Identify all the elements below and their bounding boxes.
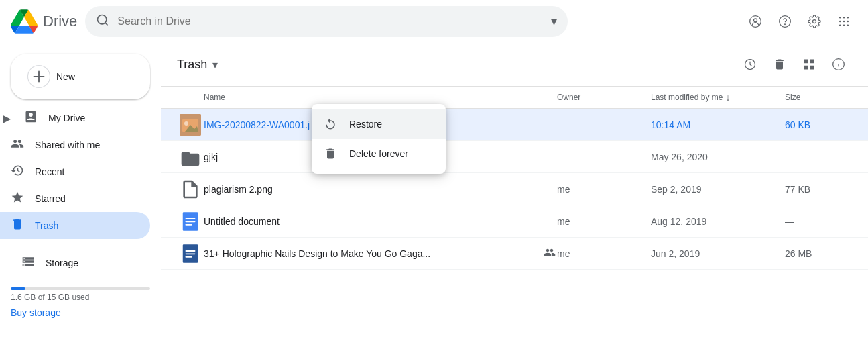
sidebar-item-recent[interactable]: Recent xyxy=(0,158,150,185)
file-icon xyxy=(177,211,204,232)
file-modified: 10:14 AM xyxy=(651,119,785,130)
svg-point-0 xyxy=(98,15,107,23)
file-icon xyxy=(177,114,204,136)
content-area: Trash ▾ xyxy=(161,43,868,347)
logo-text: Drive xyxy=(43,13,77,30)
info-icon-btn[interactable] xyxy=(825,51,852,78)
sidebar: New ▶ My Drive Shared with me xyxy=(0,43,161,347)
file-icon xyxy=(177,148,204,166)
app-container: Drive ▾ xyxy=(0,0,868,347)
context-menu: Restore Delete forever xyxy=(312,104,446,174)
svg-point-2 xyxy=(750,16,761,28)
sidebar-item-trash[interactable]: Trash xyxy=(0,212,150,239)
new-button-label: New xyxy=(56,71,75,82)
file-name: Untitled document xyxy=(204,216,557,227)
sort-arrow-icon[interactable]: ↓ xyxy=(725,92,730,103)
svg-rect-29 xyxy=(186,221,196,222)
shared-label: Shared with me xyxy=(35,140,100,150)
top-icons xyxy=(742,8,857,35)
svg-point-9 xyxy=(847,17,849,19)
mydrive-row: ▶ My Drive xyxy=(0,105,161,132)
starred-label: Starred xyxy=(35,193,66,204)
recent-label: Recent xyxy=(35,166,64,177)
col-name-header: Name xyxy=(204,93,557,102)
table-row[interactable]: Untitled document me Aug 12, 2019 — xyxy=(161,205,868,238)
buy-storage-link[interactable]: Buy storage xyxy=(11,307,150,318)
sidebar-item-my-drive[interactable]: My Drive xyxy=(13,105,161,132)
sidebar-item-shared[interactable]: Shared with me xyxy=(0,132,150,158)
starred-icon xyxy=(11,191,24,207)
file-name: 31+ Holographic Nails Design to Make You… xyxy=(204,248,544,259)
storage-icon xyxy=(21,255,35,272)
top-bar: Drive ▾ xyxy=(0,0,868,43)
my-drive-icon xyxy=(24,110,38,127)
restore-label: Restore xyxy=(349,119,382,130)
delete-forever-label: Delete forever xyxy=(349,148,408,159)
file-owner: me xyxy=(557,184,651,195)
plus-icon xyxy=(27,64,51,89)
storage-used-text: 1.6 GB of 15 GB used xyxy=(11,293,150,302)
col-owner-header: Owner xyxy=(557,93,651,102)
storage-label-text: Storage xyxy=(46,258,78,268)
settings-icon-btn[interactable] xyxy=(801,8,828,35)
table-row[interactable]: gjkj May 26, 2020 — xyxy=(161,141,868,173)
svg-point-8 xyxy=(843,17,845,19)
sidebar-item-storage[interactable]: Storage xyxy=(11,250,150,277)
file-modified: Sep 2, 2019 xyxy=(651,184,785,195)
svg-line-1 xyxy=(105,22,108,25)
logo: Drive xyxy=(11,8,77,35)
storage-bar-container xyxy=(11,287,150,290)
grid-view-btn[interactable] xyxy=(796,51,822,78)
file-modified: Aug 12, 2019 xyxy=(651,216,785,227)
file-modified: May 26, 2020 xyxy=(651,152,785,162)
context-menu-restore[interactable]: Restore xyxy=(312,109,446,139)
drive-logo-icon xyxy=(11,8,38,35)
svg-rect-33 xyxy=(186,253,196,254)
search-input[interactable] xyxy=(117,15,543,28)
svg-point-12 xyxy=(847,21,849,23)
trash-title-text: Trash xyxy=(177,58,207,72)
trash-title-dropdown[interactable]: ▾ xyxy=(212,58,218,71)
svg-rect-28 xyxy=(186,218,196,219)
help-icon-btn[interactable] xyxy=(771,8,798,35)
table-row[interactable]: 31+ Holographic Nails Design to Make You… xyxy=(161,238,868,270)
new-button[interactable]: New xyxy=(11,54,150,99)
file-owner: me xyxy=(557,216,651,227)
header-actions xyxy=(737,51,852,78)
storage-bar xyxy=(11,287,25,290)
sidebar-item-starred[interactable]: Starred xyxy=(0,185,150,212)
trash-label: Trash xyxy=(35,220,58,231)
file-size: 60 KB xyxy=(785,119,852,130)
context-menu-delete[interactable]: Delete forever xyxy=(312,139,446,168)
file-size: 77 KB xyxy=(785,184,852,195)
file-size: 26 MB xyxy=(785,248,852,259)
recent-icon xyxy=(11,164,24,181)
content-header: Trash ▾ xyxy=(161,43,868,87)
svg-rect-34 xyxy=(186,256,192,257)
svg-point-10 xyxy=(839,21,841,23)
delete-forever-icon xyxy=(322,146,338,162)
table-row[interactable]: plagiarism 2.png me Sep 2, 2019 77 KB xyxy=(161,173,868,205)
delete-icon-btn[interactable] xyxy=(766,51,793,78)
svg-rect-30 xyxy=(186,224,192,225)
file-list-header: Name Owner Last modified by me ↓ Size xyxy=(161,87,868,109)
svg-point-4 xyxy=(780,16,791,28)
file-icon xyxy=(177,243,204,264)
file-list: Name Owner Last modified by me ↓ Size xyxy=(161,87,868,347)
account-icon-btn[interactable] xyxy=(742,8,769,35)
file-modified: Jun 2, 2019 xyxy=(651,248,785,259)
file-size: — xyxy=(785,152,852,162)
search-dropdown-icon[interactable]: ▾ xyxy=(551,14,557,29)
activity-icon-btn[interactable] xyxy=(737,51,763,78)
col-size-header: Size xyxy=(785,93,852,102)
svg-point-11 xyxy=(843,21,845,23)
search-bar[interactable]: ▾ xyxy=(85,6,568,37)
file-size: — xyxy=(785,216,852,227)
svg-point-25 xyxy=(184,121,188,126)
table-row[interactable]: IMG-20200822-WA0001.j 10:14 AM 60 KB xyxy=(161,109,868,141)
svg-rect-32 xyxy=(186,250,196,252)
file-owner: me xyxy=(557,248,651,259)
apps-icon-btn[interactable] xyxy=(830,8,857,35)
shared-file-icon xyxy=(544,246,557,260)
expand-arrow[interactable]: ▶ xyxy=(0,107,13,130)
